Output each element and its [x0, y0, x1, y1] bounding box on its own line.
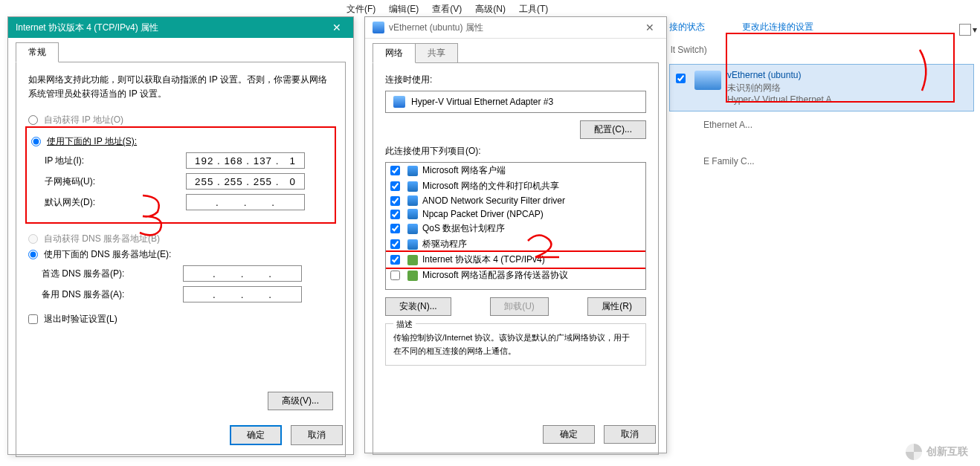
menubar: 文件(F) 编辑(E) 查看(V) 高级(N) 工具(T): [346, 3, 548, 16]
item-label: QoS 数据包计划程序: [422, 222, 505, 235]
adapter-device: Hyper-V Virtual Ethernet A...: [727, 94, 839, 106]
network-adapter-icon: [694, 71, 721, 90]
items-listbox[interactable]: Microsoft 网络客户端Microsoft 网络的文件和打印机共享ANOD…: [385, 162, 646, 290]
list-item[interactable]: Microsoft 网络客户端: [386, 163, 645, 178]
protocol-icon: [407, 239, 418, 250]
protocol-icon: [407, 271, 418, 281]
subnet-mask-input[interactable]: [186, 173, 305, 190]
install-button[interactable]: 安装(N)...: [385, 297, 451, 316]
configure-button[interactable]: 配置(C)...: [580, 120, 646, 139]
adapter-checkbox[interactable]: [676, 74, 686, 83]
list-item[interactable]: 桥驱动程序: [386, 236, 645, 252]
item-checkbox[interactable]: [390, 255, 400, 265]
menu-advanced[interactable]: 高级(N): [475, 3, 506, 16]
dns-primary-input[interactable]: [183, 265, 302, 282]
protocol-icon: [407, 166, 418, 176]
ip-address-input[interactable]: [186, 152, 305, 169]
cancel-button[interactable]: 取消: [604, 425, 656, 444]
protocol-icon: [407, 209, 418, 219]
tab-network[interactable]: 网络: [373, 43, 416, 63]
item-label: 桥驱动程序: [422, 238, 467, 250]
validate-on-exit-checkbox[interactable]: [28, 314, 38, 324]
item-label: Microsoft 网络的文件和打印机共享: [422, 180, 559, 192]
list-item[interactable]: QoS 数据包计划程序: [386, 221, 645, 236]
item-checkbox[interactable]: [390, 166, 400, 175]
watermark: 创新互联: [906, 444, 968, 460]
list-item[interactable]: Internet 协议版本 4 (TCP/IPv4): [386, 252, 645, 268]
dns-secondary-input[interactable]: [183, 286, 302, 302]
item-checkbox[interactable]: [390, 181, 400, 191]
uninstall-button: 卸载(U): [490, 297, 549, 316]
ok-button[interactable]: 确定: [230, 425, 282, 445]
properties-button[interactable]: 属性(R): [587, 297, 646, 316]
close-icon[interactable]: ✕: [634, 17, 666, 38]
dialog-title: vEthernet (ubuntu) 属性: [389, 22, 483, 34]
gateway-input[interactable]: [186, 194, 305, 210]
item-checkbox[interactable]: [390, 224, 400, 233]
item-label: Npcap Packet Driver (NPCAP): [422, 209, 544, 219]
cancel-button[interactable]: 取消: [291, 425, 343, 445]
tab-sharing[interactable]: 共享: [416, 43, 458, 63]
adapter-item[interactable]: Ethernet A...: [669, 114, 974, 136]
radio-static-ip[interactable]: [31, 137, 41, 146]
annotation-mark: [916, 46, 938, 98]
item-checkbox[interactable]: [390, 239, 400, 249]
item-checkbox[interactable]: [390, 196, 400, 206]
protocol-icon: [407, 255, 418, 265]
annotation-number-2: [522, 230, 567, 266]
menu-file[interactable]: 文件(F): [346, 3, 375, 16]
items-label: 此连接使用下列项目(O):: [385, 145, 646, 158]
adapter-properties-dialog: vEthernet (ubuntu) 属性 ✕ 网络 共享 连接时使用: Hyp…: [364, 16, 667, 453]
adapter-name-box: Hyper-V Virtual Ethernet Adapter #3: [385, 91, 646, 113]
link-status[interactable]: 接的状态: [669, 21, 705, 33]
menu-tools[interactable]: 工具(T): [519, 3, 548, 16]
item-label: Microsoft 网络客户端: [422, 164, 506, 177]
radio-auto-dns: [28, 234, 38, 244]
dialog-title: Internet 协议版本 4 (TCP/IPv4) 属性: [16, 22, 158, 34]
protocol-icon: [407, 224, 418, 234]
intro-text: 如果网络支持此功能，则可以获取自动指派的 IP 设置。否则，你需要从网络系统管理…: [28, 73, 333, 100]
link-change-settings[interactable]: 更改此连接的设置: [742, 21, 813, 33]
titlebar: vEthernet (ubuntu) 属性 ✕: [365, 17, 666, 39]
item-checkbox[interactable]: [390, 271, 400, 280]
ipv4-properties-dialog: Internet 协议版本 4 (TCP/IPv4) 属性 ✕ 常规 如果网络支…: [7, 16, 354, 455]
item-checkbox[interactable]: [390, 210, 400, 219]
radio-auto-ip[interactable]: [28, 115, 38, 125]
tab-general[interactable]: 常规: [16, 42, 59, 62]
item-label: ANOD Network Security Filter driver: [422, 195, 565, 206]
ok-button[interactable]: 确定: [543, 425, 595, 444]
logo-icon: [906, 444, 922, 460]
adapter-status: 未识别的网络: [727, 82, 839, 94]
annotation-number-3: [134, 190, 173, 242]
radio-static-dns[interactable]: [28, 250, 38, 259]
item-label: Microsoft 网络适配器多路传送器协议: [422, 269, 568, 282]
list-item[interactable]: Npcap Packet Driver (NPCAP): [386, 207, 645, 221]
adapter-item[interactable]: E Family C...: [669, 151, 974, 172]
menu-view[interactable]: 查看(V): [432, 3, 462, 16]
adapter-title: vEthernet (ubuntu): [727, 69, 839, 82]
protocol-icon: [407, 181, 418, 192]
list-item[interactable]: ANOD Network Security Filter driver: [386, 194, 645, 207]
list-item[interactable]: Microsoft 网络的文件和打印机共享: [386, 178, 645, 194]
list-item[interactable]: Microsoft 网络适配器多路传送器协议: [386, 268, 645, 283]
advanced-button[interactable]: 高级(V)...: [268, 392, 333, 410]
titlebar: Internet 协议版本 4 (TCP/IPv4) 属性 ✕: [8, 17, 353, 38]
connect-using-label: 连接时使用:: [385, 74, 646, 86]
menu-edit[interactable]: 编辑(E): [389, 3, 419, 16]
description-text: 传输控制协议/Internet 协议。该协议是默认的广域网络协议，用于在不同的相…: [393, 333, 630, 355]
protocol-icon: [407, 195, 418, 206]
close-icon[interactable]: ✕: [320, 17, 353, 38]
adapter-small-icon: [373, 22, 384, 33]
view-toggle[interactable]: ▾: [959, 24, 977, 36]
ethernet-icon: [393, 96, 405, 108]
